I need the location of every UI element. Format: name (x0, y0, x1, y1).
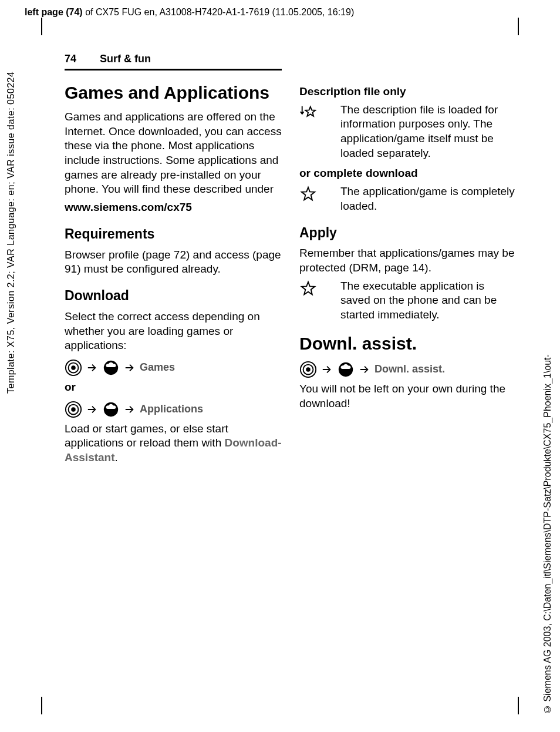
downl-assist-paragraph: You will not be left on your own during … (299, 382, 517, 411)
load-paragraph-text: Load or start games, or else start appli… (65, 422, 228, 449)
surf-fun-menu-icon (337, 361, 355, 378)
svg-point-5 (71, 407, 76, 412)
requirements-paragraph: Browser profile (page 72) and access (pa… (65, 248, 282, 277)
star-outline-icon (299, 280, 317, 298)
center-key-icon (65, 359, 82, 377)
heading-download: Download (65, 287, 282, 305)
surf-fun-menu-icon (102, 401, 120, 418)
download-star-icon (299, 104, 317, 122)
surf-fun-menu-icon (102, 359, 120, 377)
heading-games-apps: Games and Applications (65, 81, 282, 104)
star-outline-icon (299, 186, 317, 203)
subhead-complete-download: or complete download (299, 166, 517, 181)
heading-requirements: Requirements (65, 226, 282, 243)
template-side-text: Template: X75, Version 2.2; VAR Language… (6, 18, 18, 394)
load-paragraph: Load or start games, or else start appli… (65, 422, 282, 465)
download-paragraph: Select the correct access depending on w… (65, 310, 282, 353)
def-description-file: The description file is loaded for infor… (299, 103, 517, 161)
heading-downl-assist: Downl. assist. (299, 332, 517, 355)
nav-path-applications: Applications (65, 401, 282, 418)
or-label: or (65, 380, 282, 395)
period: . (115, 451, 118, 464)
svg-point-8 (306, 367, 311, 372)
nav-label-downl-assist: Downl. assist. (375, 362, 445, 376)
section-title: Surf & fun (100, 53, 151, 65)
page-body: 74 Surf & fun Games and Applications Gam… (65, 53, 522, 469)
center-key-icon (299, 361, 317, 378)
arrow-right-icon (359, 364, 370, 375)
running-head: 74 Surf & fun (65, 53, 282, 70)
svg-point-2 (71, 365, 76, 370)
page-number: 74 (65, 53, 76, 65)
crop-mark (507, 18, 519, 35)
apply-paragraph: Remember that applications/games may be … (299, 246, 517, 275)
arrow-right-icon (87, 404, 97, 415)
nav-label-applications: Applications (140, 402, 203, 416)
intro-paragraph: Games and applications are offered on th… (65, 110, 282, 197)
crop-mark (507, 697, 519, 714)
apply-def-text: The executable application is saved on t… (340, 279, 517, 323)
left-column: Games and Applications Games and applica… (65, 81, 282, 469)
nav-path-downl-assist: Downl. assist. (299, 361, 517, 378)
crop-mark (41, 697, 53, 714)
def-complete-download: The application/game is completely loade… (299, 184, 517, 213)
doc-info-bold: left page (74) (25, 7, 83, 17)
doc-info-rest: of CX75 FUG en, A31008-H7420-A1-1-7619 (… (83, 7, 355, 17)
arrow-right-icon (87, 362, 97, 373)
heading-apply: Apply (299, 224, 517, 242)
doc-info-line: left page (74) of CX75 FUG en, A31008-H7… (25, 7, 354, 18)
nav-label-games: Games (140, 361, 175, 374)
complete-download-text: The application/game is completely loade… (340, 184, 517, 213)
nav-path-games: Games (65, 359, 282, 377)
def-apply: The executable application is saved on t… (299, 279, 517, 323)
crop-mark (41, 18, 53, 35)
description-file-text: The description file is loaded for infor… (340, 103, 517, 161)
arrow-right-icon (124, 362, 135, 373)
right-column: Description file only The description fi… (299, 81, 517, 469)
arrow-right-icon (322, 364, 332, 375)
center-key-icon (65, 401, 82, 418)
arrow-right-icon (124, 404, 135, 415)
siemens-url: www.siemens.com/cx75 (65, 200, 282, 215)
subhead-description-file: Description file only (299, 85, 517, 99)
copyright-side-text: © Siemens AG 2003, C:\Daten_itl\Siemens\… (542, 268, 554, 714)
